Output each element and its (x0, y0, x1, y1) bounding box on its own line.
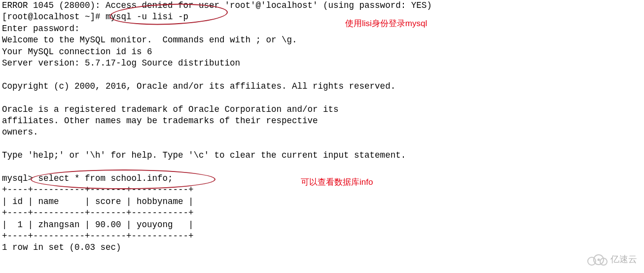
shell-command: mysql -u lisi -p (106, 12, 188, 22)
result-footer: 1 row in set (0.03 sec) (2, 242, 642, 253)
trademark-line-1: Oracle is a registered trademark of Orac… (2, 104, 642, 115)
shell-prompt-line: [root@localhost ~]# mysql -u lisi -p (2, 11, 642, 23)
blank-line (2, 162, 642, 173)
shell-prompt: [root@localhost ~]# (2, 12, 106, 22)
connection-id-line: Your MySQL connection id is 6 (2, 46, 642, 58)
mysql-prompt: mysql> (2, 173, 38, 183)
watermark-text: 亿速云 (610, 254, 637, 265)
annotation-text-login: 使用lisi身份登录mysql (345, 18, 427, 29)
copyright-line: Copyright (c) 2000, 2016, Oracle and/or … (2, 81, 642, 92)
svg-point-0 (588, 257, 596, 265)
password-prompt: Enter password: (2, 23, 642, 34)
watermark: 亿速云 (587, 253, 637, 266)
trademark-line-2: affiliates. Other names may be trademark… (2, 115, 642, 127)
watermark-cloud-icon (587, 253, 608, 266)
svg-point-3 (598, 259, 600, 261)
mysql-command: select * from school.info; (38, 173, 173, 183)
annotation-text-select: 可以查看数据库info (301, 176, 373, 188)
table-header: | id | name | score | hobbyname | (2, 196, 642, 207)
blank-line (2, 92, 642, 103)
error-line: ERROR 1045 (28000): Access denied for us… (2, 0, 642, 11)
trademark-line-3: owners. (2, 127, 642, 138)
blank-line (2, 138, 642, 150)
server-version-line: Server version: 5.7.17-log Source distri… (2, 58, 642, 69)
table-border-bot: +----+----------+-------+-----------+ (2, 231, 642, 242)
help-line: Type 'help;' or '\h' for help. Type '\c'… (2, 150, 642, 161)
terminal-output: ERROR 1045 (28000): Access denied for us… (2, 0, 642, 254)
welcome-line: Welcome to the MySQL monitor. Commands e… (2, 34, 642, 46)
blank-line (2, 69, 642, 80)
table-border-mid: +----+----------+-------+-----------+ (2, 207, 642, 219)
table-row: | 1 | zhangsan | 90.00 | youyong | (2, 219, 642, 231)
